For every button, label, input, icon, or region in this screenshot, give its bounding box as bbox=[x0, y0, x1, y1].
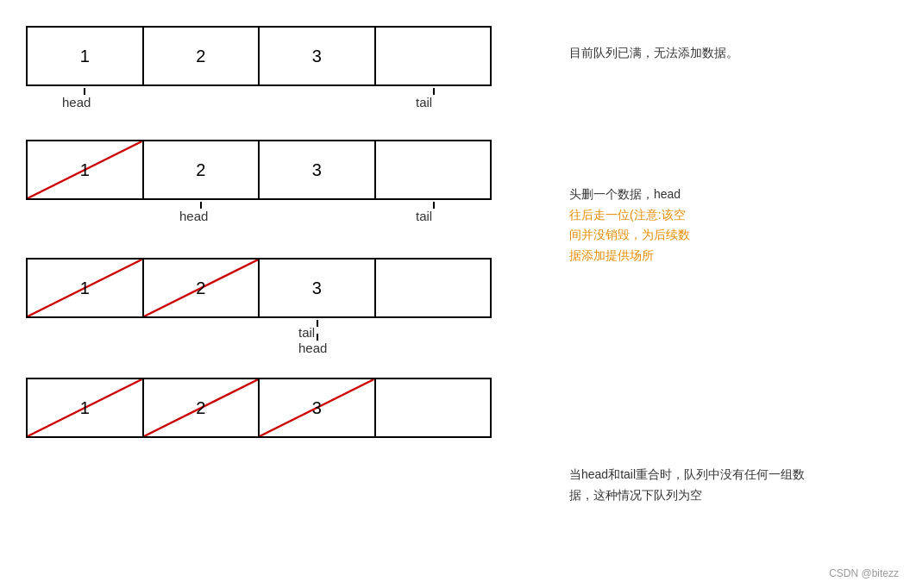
annotation2-line4: 据添加提供场所 bbox=[569, 246, 899, 266]
annotation3: 当head和tail重合时，队列中没有任何一组数 据，这种情况下队列为空 bbox=[569, 465, 899, 506]
annotation3-line1: 当head和tail重合时，队列中没有任何一组数 bbox=[569, 465, 899, 485]
csdn-credit: CSDN @bitezz bbox=[829, 567, 899, 579]
diagram1-head-label: head bbox=[62, 95, 91, 109]
diagram4-cell3: 3 bbox=[260, 379, 376, 436]
annotation3-line2: 据，这种情况下队列为空 bbox=[569, 485, 899, 506]
diagram3-cell2: 2 bbox=[144, 260, 260, 316]
annotation2-line2: 往后走一位(注意:该空 bbox=[569, 205, 899, 226]
diagram3-cell1: 1 bbox=[28, 260, 144, 316]
diagram2-cell1: 1 bbox=[28, 141, 144, 198]
diagram3-cell4 bbox=[376, 260, 491, 316]
diagram3-head-label: head bbox=[298, 341, 327, 355]
annotation1-text: 目前队列已满，无法添加数据。 bbox=[569, 46, 738, 59]
diagram1-cell1: 1 bbox=[28, 28, 144, 84]
diagram1-cell2: 2 bbox=[144, 28, 260, 84]
diagram1-cell4 bbox=[376, 28, 491, 84]
diagram2-cell4 bbox=[376, 141, 491, 198]
annotation2-line3: 间并没销毁，为后续数 bbox=[569, 225, 899, 246]
diagram1-queue: 1 2 3 bbox=[26, 26, 492, 86]
diagram2-queue: 1 2 3 bbox=[26, 140, 492, 200]
diagram4-cell2: 2 bbox=[144, 379, 260, 436]
diagram2-head-label: head bbox=[179, 209, 208, 223]
diagram4-queue: 1 2 3 bbox=[26, 378, 492, 438]
diagram2-cell2: 2 bbox=[144, 141, 260, 198]
diagram4-cell1: 1 bbox=[28, 379, 144, 436]
diagram1-cell3: 3 bbox=[260, 28, 376, 84]
diagram4-cell4 bbox=[376, 379, 491, 436]
diagram3-cell3: 3 bbox=[260, 260, 376, 316]
diagram3-queue: 1 2 3 bbox=[26, 258, 492, 318]
diagram2-cell3: 3 bbox=[260, 141, 376, 198]
annotation2: 头删一个数据，head 往后走一位(注意:该空 间并没销毁，为后续数 据添加提供… bbox=[569, 185, 899, 266]
diagram1-tail-label: tail bbox=[416, 95, 432, 109]
right-panel: 目前队列已满，无法添加数据。 头删一个数据，head 往后走一位(注意:该空 间… bbox=[552, 0, 916, 588]
diagram2-tail-label: tail bbox=[416, 209, 432, 223]
annotation1: 目前队列已满，无法添加数据。 bbox=[569, 43, 899, 64]
annotation2-line1: 头删一个数据，head bbox=[569, 185, 899, 205]
